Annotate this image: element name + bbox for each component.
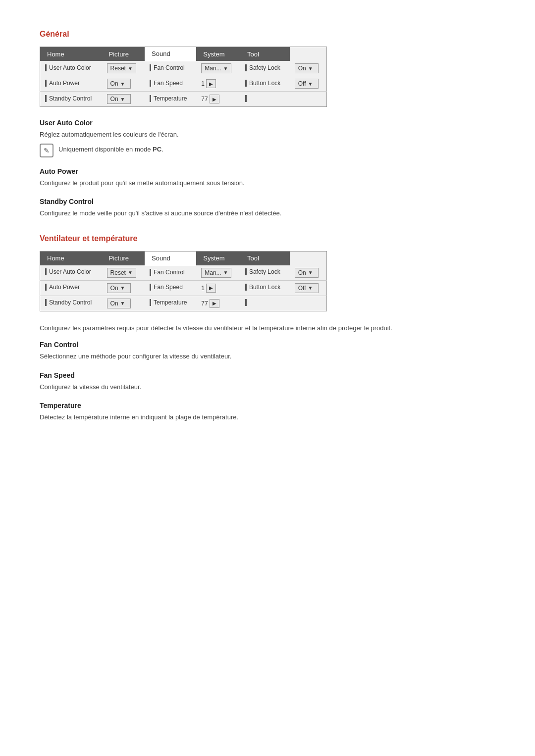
select-box[interactable]: On▼ xyxy=(295,63,319,73)
col3-value[interactable] xyxy=(290,296,327,311)
col2-label: Fan Control xyxy=(145,265,196,281)
col3-value[interactable] xyxy=(290,92,327,107)
select-box[interactable]: On▼ xyxy=(107,283,131,293)
table-row: Auto Power On▼ Fan Speed 1 ▶ Button Lock… xyxy=(40,280,327,296)
section-general: Général HomePictureSoundSystemTool User … xyxy=(40,30,495,218)
subsection-title: Temperature xyxy=(40,402,495,409)
subsection-fan-speed: Fan Speed Configurez la vitesse du venti… xyxy=(40,371,495,392)
subsection-standby-control: Standby Control Configurez le mode veill… xyxy=(40,198,495,218)
select-box[interactable]: On▼ xyxy=(107,94,131,104)
col1-label: Standby Control xyxy=(40,92,102,107)
col1-value[interactable]: Reset▼ xyxy=(102,265,145,281)
subsection-desc: Réglez automatiquement les couleurs de l… xyxy=(40,130,495,140)
col1-label: User Auto Color xyxy=(40,61,102,76)
col3-label xyxy=(240,92,290,107)
section-intro-desc: Configurez les paramètres requis pour dé… xyxy=(40,323,495,333)
subsection-desc: Configurez le mode veille pour qu'il s'a… xyxy=(40,208,495,218)
subsection-title: User Auto Color xyxy=(40,119,495,127)
col2-label: Fan Control xyxy=(145,61,196,76)
select-box[interactable]: Reset▼ xyxy=(107,268,136,278)
osd-tab-row: HomePictureSoundSystemTool xyxy=(40,251,327,265)
table-row: Standby Control On▼ Temperature 77 ▶ xyxy=(40,92,327,107)
subsection-auto-power: Auto Power Configurez le produit pour qu… xyxy=(40,167,495,188)
osd-tab[interactable]: Tool xyxy=(240,251,290,265)
col3-value[interactable]: Off▼ xyxy=(290,76,327,92)
select-box[interactable]: On▼ xyxy=(295,268,319,278)
subsection-desc: Détectez la température interne en indiq… xyxy=(40,412,495,422)
osd-tab[interactable]: Home xyxy=(40,251,102,265)
col1-label: User Auto Color xyxy=(40,265,102,281)
col1-value[interactable]: On▼ xyxy=(102,296,145,311)
nav-arrow[interactable]: ▶ xyxy=(206,284,216,293)
subsection-title: Standby Control xyxy=(40,198,495,205)
col1-label: Standby Control xyxy=(40,296,102,311)
col1-value[interactable]: On▼ xyxy=(102,76,145,92)
table-row: User Auto Color Reset▼ Fan Control Man..… xyxy=(40,265,327,281)
col1-label: Auto Power xyxy=(40,76,102,92)
subsection-desc: Configurez la vitesse du ventilateur. xyxy=(40,382,495,392)
osd-tab[interactable]: System xyxy=(196,251,240,265)
col1-label: Auto Power xyxy=(40,280,102,296)
subsection-fan-control: Fan Control Sélectionnez une méthode pou… xyxy=(40,341,495,361)
col2-value[interactable]: 1 ▶ xyxy=(196,76,240,92)
col3-value[interactable]: On▼ xyxy=(290,265,327,281)
col3-label: Button Lock xyxy=(240,280,290,296)
col2-label: Temperature xyxy=(145,296,196,311)
nav-arrow[interactable]: ▶ xyxy=(210,95,219,103)
col3-value[interactable]: Off▼ xyxy=(290,280,327,296)
section-title: Ventilateur et température xyxy=(40,234,495,243)
col2-label: Fan Speed xyxy=(145,280,196,296)
table-row: Standby Control On▼ Temperature 77 ▶ xyxy=(40,296,327,311)
subsection-title: Fan Control xyxy=(40,341,495,349)
col2-value[interactable]: 1 ▶ xyxy=(196,280,240,296)
osd-tab-row: HomePictureSoundSystemTool xyxy=(40,47,327,61)
col2-value[interactable]: Man...▼ xyxy=(196,265,240,281)
note-text: Uniquement disponible en mode PC. xyxy=(58,144,163,153)
subsection-title: Auto Power xyxy=(40,167,495,175)
subsection-desc: Configurez le produit pour qu'il se mett… xyxy=(40,178,495,188)
select-box[interactable]: On▼ xyxy=(107,79,131,89)
select-box[interactable]: Reset▼ xyxy=(107,63,136,73)
col2-label: Fan Speed xyxy=(145,76,196,92)
nav-arrow[interactable]: ▶ xyxy=(210,299,219,308)
col2-value[interactable]: 77 ▶ xyxy=(196,296,240,311)
col3-value[interactable]: On▼ xyxy=(290,61,327,76)
osd-menu-table: HomePictureSoundSystemTool User Auto Col… xyxy=(40,251,327,311)
select-box[interactable]: Off▼ xyxy=(295,283,319,293)
subsection-temperature: Temperature Détectez la température inte… xyxy=(40,402,495,422)
col3-label: Safety Lock xyxy=(240,265,290,281)
osd-tab[interactable]: Sound xyxy=(145,47,196,61)
osd-menu-table: HomePictureSoundSystemTool User Auto Col… xyxy=(40,47,327,107)
col2-value[interactable]: Man...▼ xyxy=(196,61,240,76)
table-row: Auto Power On▼ Fan Speed 1 ▶ Button Lock… xyxy=(40,76,327,92)
col3-label: Button Lock xyxy=(240,76,290,92)
subsection-user-auto-color: User Auto Color Réglez automatiquement l… xyxy=(40,119,495,157)
note-icon: ✎ xyxy=(40,144,54,157)
col2-label: Temperature xyxy=(145,92,196,107)
section-ventilateur: Ventilateur et température HomePictureSo… xyxy=(40,234,495,422)
subsection-title: Fan Speed xyxy=(40,371,495,379)
select-box[interactable]: Off▼ xyxy=(295,79,319,89)
select-box[interactable]: On▼ xyxy=(107,299,131,308)
col2-value[interactable]: 77 ▶ xyxy=(196,92,240,107)
osd-tab[interactable]: Picture xyxy=(102,47,145,61)
osd-tab[interactable]: System xyxy=(196,47,240,61)
select-box[interactable]: Man...▼ xyxy=(201,63,231,73)
osd-tab[interactable]: Tool xyxy=(240,47,290,61)
note-box: ✎ Uniquement disponible en mode PC. xyxy=(40,144,495,157)
osd-tab[interactable]: Picture xyxy=(102,251,145,265)
nav-arrow[interactable]: ▶ xyxy=(206,79,216,88)
col3-label xyxy=(240,296,290,311)
osd-tab[interactable]: Sound xyxy=(145,251,196,265)
subsection-desc: Sélectionnez une méthode pour configurer… xyxy=(40,352,495,361)
table-row: User Auto Color Reset▼ Fan Control Man..… xyxy=(40,61,327,76)
osd-tab[interactable]: Home xyxy=(40,47,102,61)
col1-value[interactable]: On▼ xyxy=(102,92,145,107)
col1-value[interactable]: On▼ xyxy=(102,280,145,296)
select-box[interactable]: Man...▼ xyxy=(201,268,231,278)
col1-value[interactable]: Reset▼ xyxy=(102,61,145,76)
col3-label: Safety Lock xyxy=(240,61,290,76)
section-title: Général xyxy=(40,30,495,39)
